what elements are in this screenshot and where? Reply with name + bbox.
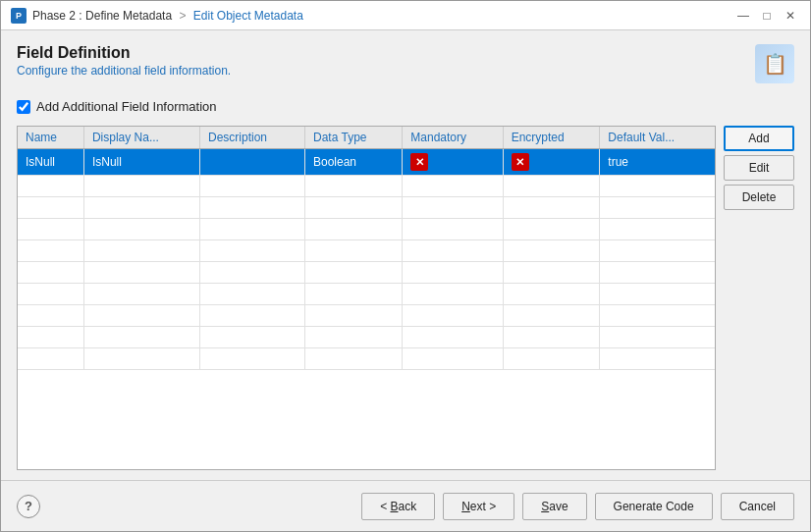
empty-cell [403,219,503,240]
empty-cell [403,348,503,370]
col-default-value: Default Val... [600,127,715,149]
empty-cell [503,327,600,348]
empty-cell [600,305,715,327]
window-controls: — □ ✕ [733,6,800,26]
cancel-button[interactable]: Cancel [721,493,794,520]
empty-cell [600,348,715,370]
cell-default-value: true [600,149,715,176]
next-button[interactable]: Next > [443,493,514,520]
empty-cell [503,348,600,370]
empty-cell [18,240,83,262]
minimize-button[interactable]: — [733,6,753,26]
empty-cell [200,305,305,327]
empty-cell [600,219,715,240]
empty-cell [305,348,403,370]
table-row [18,197,715,219]
empty-cell [200,348,305,370]
table-body: IsNull IsNull Boolean ✕ ✕ true [18,149,715,370]
title-phase: Phase 2 : Define Metadata [32,9,172,23]
empty-cell [305,176,403,197]
footer: ? < Back Next > Save Generate Code Cance… [1,480,810,531]
field-table: Name Display Na... Description Data Type… [18,127,715,370]
footer-buttons: < Back Next > Save Generate Code Cancel [361,493,794,520]
page-header-text: Field Definition Configure the additiona… [17,44,231,78]
help-button[interactable]: ? [17,495,40,518]
edit-button[interactable]: Edit [724,155,794,181]
page-title: Field Definition [17,44,231,62]
table-row [18,284,715,305]
empty-cell [200,284,305,305]
empty-cell [503,305,600,327]
cell-mandatory: ✕ [403,149,503,176]
table-row[interactable]: IsNull IsNull Boolean ✕ ✕ true [18,149,715,176]
empty-cell [18,305,83,327]
empty-cell [200,262,305,284]
mandatory-x-icon: ✕ [410,153,428,171]
page-header: Field Definition Configure the additiona… [17,44,794,83]
title-bar: P Phase 2 : Define Metadata > Edit Objec… [1,1,810,30]
empty-cell [403,305,503,327]
empty-cell [18,219,83,240]
empty-cell [18,284,83,305]
checkbox-label: Add Additional Field Information [36,99,217,114]
empty-cell [305,219,403,240]
empty-cell [305,284,403,305]
col-description: Description [200,127,305,149]
title-bar-left: P Phase 2 : Define Metadata > Edit Objec… [11,8,303,24]
additional-field-checkbox[interactable] [17,100,30,114]
col-mandatory: Mandatory [403,127,503,149]
content-area: Field Definition Configure the additiona… [1,30,810,480]
empty-cell [503,262,600,284]
empty-cell [503,197,600,219]
empty-cell [83,348,199,370]
empty-cell [305,240,403,262]
table-row [18,176,715,197]
delete-button[interactable]: Delete [724,185,794,210]
field-table-wrapper: Name Display Na... Description Data Type… [17,126,716,470]
table-section: Name Display Na... Description Data Type… [17,126,794,470]
empty-cell [403,262,503,284]
empty-cell [18,348,83,370]
generate-code-button[interactable]: Generate Code [595,493,713,520]
empty-cell [305,262,403,284]
save-button[interactable]: Save [522,493,586,520]
additional-field-checkbox-row: Add Additional Field Information [17,95,794,118]
col-name: Name [18,127,83,149]
footer-left: ? [17,495,40,518]
empty-cell [503,284,600,305]
empty-cell [600,327,715,348]
empty-cell [403,284,503,305]
header-icon: 📋 [755,44,794,83]
back-button[interactable]: < Back [361,493,435,520]
cell-encrypted: ✕ [503,149,600,176]
side-buttons: Add Edit Delete [724,126,794,470]
col-data-type: Data Type [305,127,403,149]
empty-cell [600,240,715,262]
cell-name: IsNull [18,149,83,176]
empty-cell [83,176,199,197]
table-row [18,327,715,348]
page-subtitle: Configure the additional field informati… [17,64,231,78]
empty-cell [503,176,600,197]
empty-cell [200,197,305,219]
cell-display-name: IsNull [83,149,199,176]
empty-cell [305,305,403,327]
table-row [18,240,715,262]
col-display-name: Display Na... [83,127,199,149]
empty-cell [503,219,600,240]
maximize-button[interactable]: □ [757,6,777,26]
close-button[interactable]: ✕ [781,6,800,26]
title-separator: > [179,9,186,23]
empty-cell [83,305,199,327]
empty-cell [83,327,199,348]
add-button[interactable]: Add [724,126,794,151]
empty-cell [403,240,503,262]
empty-cell [18,197,83,219]
table-row [18,262,715,284]
empty-cell [83,197,199,219]
main-window: P Phase 2 : Define Metadata > Edit Objec… [0,0,811,532]
table-header: Name Display Na... Description Data Type… [18,127,715,149]
empty-cell [403,327,503,348]
empty-cell [403,176,503,197]
empty-cell [503,240,600,262]
